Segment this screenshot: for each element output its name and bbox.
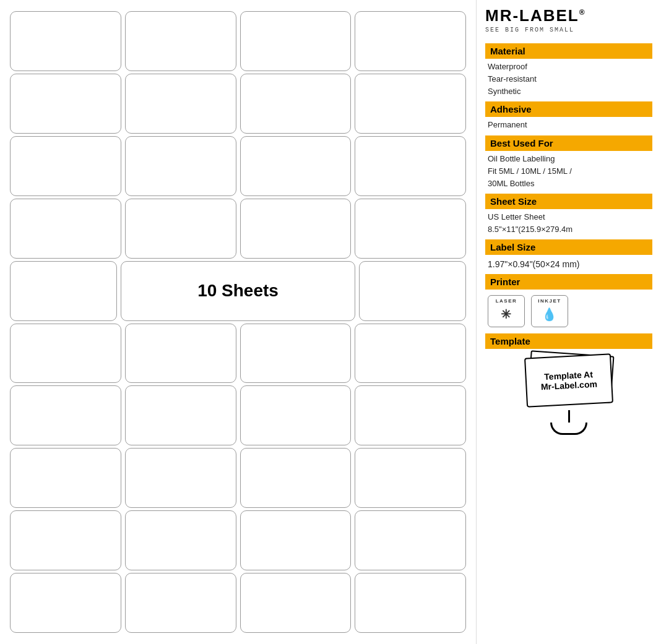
label-cell <box>10 324 121 384</box>
label-row <box>10 74 466 134</box>
label-cell <box>125 136 236 196</box>
info-panel: MR-LABEL® See Big From Small Material Wa… <box>477 0 661 644</box>
printer-icons: LASER ✳ INKJET 💧 <box>485 291 652 331</box>
template-paper: Template At Mr-Label.com <box>524 354 613 408</box>
label-cell <box>240 385 352 445</box>
label-cell <box>240 74 352 134</box>
label-cell <box>355 74 466 134</box>
brand-name: MR-LABEL® <box>485 6 652 25</box>
label-cell <box>125 448 236 508</box>
label-cell <box>10 510 121 570</box>
inkjet-printer-icon: INKJET 💧 <box>531 295 568 327</box>
label-cell <box>125 11 236 71</box>
label-cell <box>125 385 236 445</box>
label-size-header: Label Size <box>485 239 652 255</box>
best-used-for-item: Fit 5ML / 10ML / 15ML / <box>488 165 650 178</box>
inkjet-label: INKJET <box>538 298 561 304</box>
label-cell <box>359 261 466 321</box>
label-cell <box>355 324 466 384</box>
template-stand <box>550 410 587 435</box>
label-cell <box>10 261 117 321</box>
label-cell <box>355 385 466 445</box>
material-item: Synthetic <box>488 85 650 98</box>
label-cell <box>125 199 236 259</box>
label-size-value: 1.97"×0.94"(50×24 mm) <box>485 257 652 272</box>
material-header: Material <box>485 43 652 59</box>
inkjet-symbol: 💧 <box>542 307 558 322</box>
template-base-arc <box>550 423 587 435</box>
label-cell <box>240 324 352 384</box>
brand-tagline: See Big From Small <box>485 27 652 33</box>
label-cell <box>240 448 352 508</box>
sheet-size-header: Sheet Size <box>485 194 652 209</box>
label-cell <box>10 385 121 445</box>
label-cell <box>10 199 121 259</box>
label-cell <box>355 510 466 570</box>
label-cell <box>125 573 236 633</box>
label-cell <box>355 136 466 196</box>
sheet-count-label: 10 Sheets <box>197 281 279 301</box>
laser-printer-icon: LASER ✳ <box>488 295 525 327</box>
label-cell <box>10 448 121 508</box>
label-cell <box>240 199 352 259</box>
label-cell <box>125 510 236 570</box>
template-pole <box>568 410 570 423</box>
label-cell <box>10 11 121 71</box>
template-paper-text: Template At Mr-Label.com <box>540 369 598 392</box>
sheet-size-line2: 8.5"×11"(215.9×279.4m <box>488 223 650 236</box>
adhesive-value: Permanent <box>488 119 650 131</box>
adhesive-content: Permanent <box>485 119 652 131</box>
label-row <box>10 448 466 508</box>
template-image-area: Template At Mr-Label.com <box>485 356 652 435</box>
label-cell <box>240 11 352 71</box>
template-header: Template <box>485 333 652 349</box>
sheet-size-line1: US Letter Sheet <box>488 211 650 223</box>
label-row <box>10 324 466 384</box>
laser-label: LASER <box>496 298 517 304</box>
best-used-for-item: Oil Bottle Labelling <box>488 153 650 165</box>
label-cell <box>10 136 121 196</box>
material-content: Waterproof Tear-resistant Synthetic <box>485 61 652 98</box>
label-cell <box>125 324 236 384</box>
label-cell <box>240 573 352 633</box>
sheet-count-cell: 10 Sheets <box>121 261 355 321</box>
label-sheet-panel: 10 Sheets <box>0 0 477 644</box>
printer-header: Printer <box>485 274 652 290</box>
label-row <box>10 385 466 445</box>
label-row: 10 Sheets <box>10 261 466 321</box>
adhesive-header: Adhesive <box>485 101 652 117</box>
laser-symbol: ✳ <box>501 307 512 322</box>
label-row <box>10 136 466 196</box>
label-cell <box>355 11 466 71</box>
best-used-for-header: Best Used For <box>485 135 652 151</box>
label-cell <box>240 510 352 570</box>
best-used-for-content: Oil Bottle Labelling Fit 5ML / 10ML / 15… <box>485 153 652 190</box>
best-used-for-item: 30ML Bottles <box>488 178 650 190</box>
label-cell <box>10 74 121 134</box>
material-item: Tear-resistant <box>488 73 650 85</box>
label-row <box>10 11 466 71</box>
label-row <box>10 510 466 570</box>
label-cell <box>355 199 466 259</box>
label-cell <box>125 74 236 134</box>
label-cell <box>355 573 466 633</box>
label-cell <box>10 573 121 633</box>
material-item: Waterproof <box>488 61 650 73</box>
label-row <box>10 199 466 259</box>
label-row <box>10 573 466 633</box>
label-cell <box>240 136 352 196</box>
brand-header: MR-LABEL® See Big From Small <box>485 6 652 33</box>
label-cell <box>355 448 466 508</box>
sheet-size-content: US Letter Sheet 8.5"×11"(215.9×279.4m <box>485 211 652 236</box>
